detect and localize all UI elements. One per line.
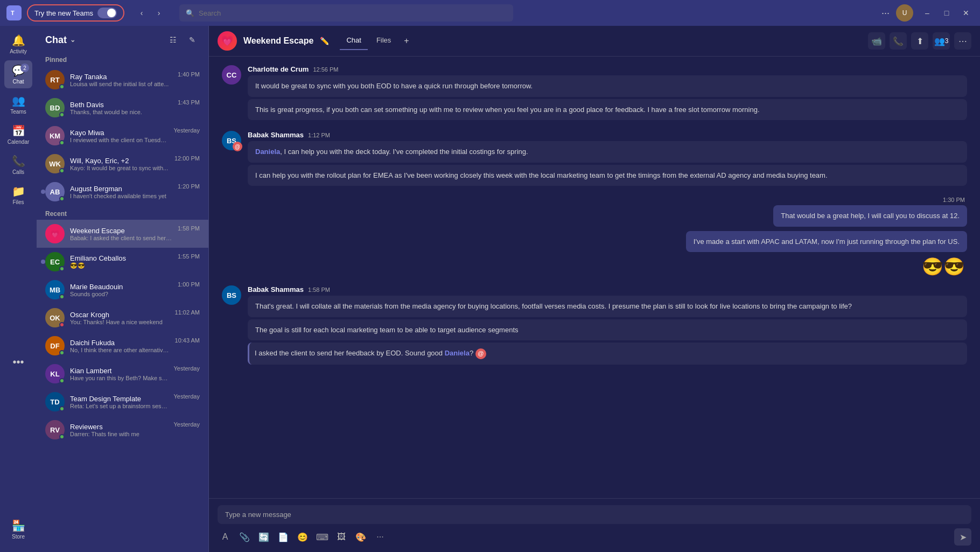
sidebar-item-teams[interactable]: 👥 Teams (4, 90, 32, 118)
mention-text: Daniela (255, 148, 280, 156)
format-button[interactable]: A (218, 529, 233, 544)
sidebar-item-files[interactable]: 📁 Files (4, 181, 32, 209)
sidebar-item-activity[interactable]: 🔔 Activity (4, 30, 32, 58)
message-input[interactable]: Type a new message (218, 505, 971, 524)
input-toolbar: A 📎 🔄 📄 😊 ⌨ 🖼 🎨 ··· ➤ (218, 528, 971, 546)
chat-item-ray[interactable]: RT Ray Tanaka Louisa will send the initi… (37, 66, 208, 94)
more-conv-options-button[interactable]: ⋯ (954, 32, 971, 50)
msg-sender: Babak Shammas (248, 285, 304, 294)
chat-preview: I haven't checked available times yet (70, 193, 172, 199)
new-chat-button[interactable]: ✎ (185, 32, 200, 47)
chat-panel-title[interactable]: Chat ⌄ (45, 34, 75, 46)
message-group: CC Charlotte de Crum 12:56 PM It would b… (222, 65, 967, 122)
send-button[interactable]: ➤ (954, 528, 971, 546)
sidebar-more-button[interactable]: ••• (8, 352, 28, 373)
keyboard-button[interactable]: ⌨ (314, 529, 330, 544)
own-msg-bubble: That would be a great help, I will call … (773, 205, 967, 227)
chat-info: Emiliano Ceballos 😎😎 (70, 254, 172, 269)
emoji-button[interactable]: 😊 (295, 529, 310, 544)
chat-preview: I reviewed with the client on Tuesda... (70, 137, 168, 143)
participants-button[interactable]: 👥 3 (933, 32, 950, 50)
chat-item-august[interactable]: AB August Bergman I haven't checked avai… (37, 178, 208, 206)
chat-info: Kian Lambert Have you ran this by Beth? … (70, 367, 168, 381)
chat-name: Ray Tanaka (70, 73, 172, 81)
recent-list: 💗 Weekend Escape Babak: I asked the clie… (37, 220, 208, 444)
attach-button[interactable]: 📎 (237, 529, 252, 544)
chat-item-oscar[interactable]: OK Oscar Krogh You: Thanks! Have a nice … (37, 304, 208, 332)
msg-content: Charlotte de Crum 12:56 PM It would be g… (248, 65, 967, 122)
chat-item-beth[interactable]: BD Beth Davis Thanks, that would be nice… (37, 94, 208, 122)
screen-share-button[interactable]: ⬆ (911, 32, 928, 50)
status-dot (59, 406, 65, 411)
status-dot (59, 140, 65, 145)
chat-item-will[interactable]: WK Will, Kayo, Eric, +2 Kayo: It would b… (37, 150, 208, 178)
close-button[interactable]: ✕ (958, 5, 974, 20)
more-options-button[interactable]: ··· (881, 8, 890, 19)
loop-button[interactable]: 🔄 (256, 529, 271, 544)
message-group: BS @ Babak Shammas 1:12 PM Daniela, I ca… (222, 131, 967, 188)
chat-item-kian[interactable]: KL Kian Lambert Have you ran this by Bet… (37, 360, 208, 388)
activity-icon: 🔔 (12, 34, 25, 47)
status-dot (59, 196, 65, 201)
chat-item-kayo[interactable]: KM Kayo Miwa I reviewed with the client … (37, 122, 208, 150)
sticker-button[interactable]: 🎨 (353, 529, 368, 544)
chat-info: Marie Beaudouin Sounds good? (70, 283, 172, 297)
tab-files[interactable]: Files (370, 32, 397, 50)
maximize-button[interactable]: □ (939, 5, 954, 20)
msg-sender: Babak Shammas (248, 131, 304, 139)
chat-preview: 😎😎 (70, 262, 172, 269)
add-tab-button[interactable]: + (400, 32, 413, 50)
status-dot (59, 112, 65, 117)
title-bar-left: T Try the new Teams ‹ › (6, 4, 166, 22)
conversation-tabs: Chat Files + (340, 32, 413, 50)
filter-button[interactable]: ☷ (165, 32, 180, 47)
sidebar-teams-label: Teams (10, 109, 26, 115)
teams-logo-icon: T (6, 5, 22, 20)
msg-header: Babak Shammas 1:58 PM (248, 285, 967, 294)
chat-item-weekend[interactable]: 💗 Weekend Escape Babak: I asked the clie… (37, 220, 208, 248)
minimize-button[interactable]: – (920, 5, 935, 20)
search-input[interactable] (199, 9, 507, 17)
chat-time: 12:00 PM (174, 155, 200, 162)
chat-name: Kayo Miwa (70, 129, 168, 137)
more-tools-button[interactable]: ··· (373, 529, 388, 544)
nav-forward-button[interactable]: › (151, 5, 166, 20)
chat-list-header: Chat ⌄ ☷ ✎ (37, 26, 208, 52)
user-avatar[interactable]: U (896, 4, 913, 22)
sidebar-item-chat[interactable]: 💬 Chat 2 (4, 60, 32, 88)
try-new-teams-toggle[interactable]: Try the new Teams (27, 4, 124, 22)
message-input-area: Type a new message A 📎 🔄 📄 😊 ⌨ 🖼 🎨 ··· ➤ (209, 498, 980, 552)
chat-item-team_design[interactable]: TD Team Design Template Reta: Let's set … (37, 388, 208, 416)
sidebar-item-calendar[interactable]: 📅 Calendar (4, 121, 32, 149)
tab-chat[interactable]: Chat (340, 32, 367, 50)
video-call-button[interactable]: 📹 (868, 32, 885, 50)
chat-title-text: Chat (45, 34, 67, 46)
participants-icon: 👥 (934, 36, 945, 46)
gif-button[interactable]: 🖼 (334, 529, 349, 544)
status-dot (59, 378, 65, 383)
chat-item-reviewers[interactable]: RV Reviewers Darren: Thats fine with me … (37, 416, 208, 444)
msg-time: 12:56 PM (313, 66, 338, 73)
nav-back-button[interactable]: ‹ (134, 5, 149, 20)
toggle-switch[interactable] (97, 8, 117, 18)
chat-name: Marie Beaudouin (70, 283, 172, 291)
edit-title-icon[interactable]: ✏️ (320, 37, 329, 45)
chat-item-daichi[interactable]: DF Daichi Fukuda No, I think there are o… (37, 332, 208, 360)
svg-text:T: T (11, 10, 15, 16)
audio-call-button[interactable]: 📞 (890, 32, 907, 50)
chat-item-marie[interactable]: MB Marie Beaudouin Sounds good? 1:00 PM (37, 276, 208, 304)
participants-count: 3 (945, 37, 949, 45)
search-bar[interactable]: 🔍 (179, 4, 513, 22)
sidebar-item-calls[interactable]: 📞 Calls (4, 151, 32, 179)
chat-item-emiliano[interactable]: EC Emiliano Ceballos 😎😎 1:55 PM (37, 248, 208, 276)
chat-avatar: OK (45, 308, 65, 327)
chat-preview: You: Thanks! Have a nice weekend (70, 319, 170, 325)
chat-info: Team Design Template Reta: Let's set up … (70, 395, 168, 409)
file-attach-button[interactable]: 📄 (276, 529, 291, 544)
chat-actions: ☷ ✎ (165, 32, 200, 47)
chat-time: 1:20 PM (178, 183, 200, 190)
sidebar-item-store[interactable]: 🏪 Store (4, 515, 32, 543)
sidebar: 🔔 Activity 💬 Chat 2 👥 Teams 📅 Calendar 📞… (0, 26, 37, 552)
sidebar-store-label: Store (12, 534, 25, 540)
conversation-header: 💗 Weekend Escape ✏️ Chat Files + 📹 📞 ⬆ 👥… (209, 26, 980, 57)
